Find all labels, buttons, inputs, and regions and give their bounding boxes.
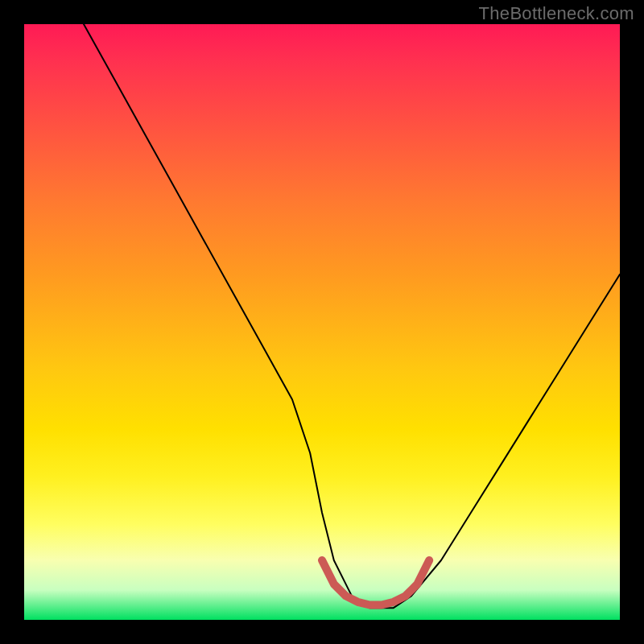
curve-layer	[24, 24, 620, 620]
plot-area	[24, 24, 620, 620]
watermark-label: TheBottleneck.com	[479, 3, 634, 24]
chart-frame: TheBottleneck.com	[0, 0, 644, 644]
bottleneck-curve	[84, 24, 620, 608]
